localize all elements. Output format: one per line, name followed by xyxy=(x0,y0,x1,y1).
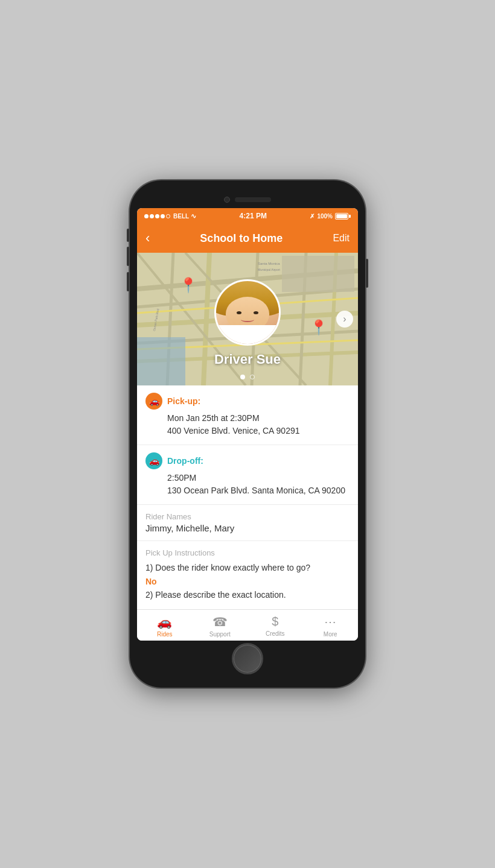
bluetooth-icon: ✗ xyxy=(310,213,315,220)
silent-button xyxy=(127,229,129,242)
next-slide-button[interactable]: › xyxy=(336,311,353,328)
status-bar: BELL ∿ 4:21 PM ✗ 100% xyxy=(137,208,358,224)
carousel-dot-1[interactable] xyxy=(240,375,245,379)
signal-dot-4 xyxy=(161,214,165,218)
instructions-section: Pick Up Instructions 1) Does the rider k… xyxy=(137,541,358,609)
support-icon: ☎ xyxy=(212,615,228,629)
wifi-icon: ∿ xyxy=(191,212,196,220)
carousel-dot-2[interactable] xyxy=(250,375,255,379)
instruction-a1: No xyxy=(145,577,157,586)
pickup-pin: 📍 xyxy=(179,277,197,294)
back-button[interactable]: ‹ xyxy=(145,230,150,246)
driver-face xyxy=(216,281,279,344)
instructions-text: 1) Does the rider know exactly where to … xyxy=(145,561,350,601)
phone-bottom-bar xyxy=(137,641,358,677)
driver-photo xyxy=(214,279,281,346)
svg-rect-16 xyxy=(282,256,354,292)
dropoff-details: 2:50PM 130 Ocean Park Blvd. Santa Monica… xyxy=(145,472,350,497)
driver-name: Driver Sue xyxy=(137,352,358,367)
nav-bar: ‹ School to Home Edit xyxy=(137,224,358,253)
pickup-section: 🚗 Pick-up: Mon Jan 25th at 2:30PM 400 Ve… xyxy=(137,385,358,445)
instruction-q2: 2) Please describe the exact location. xyxy=(145,588,350,601)
battery-icon xyxy=(335,213,351,220)
pickup-icon: 🚗 xyxy=(145,393,162,410)
battery-percent: 100% xyxy=(317,213,333,220)
pickup-details: Mon Jan 25th at 2:30PM 400 Venice Blvd. … xyxy=(145,412,350,437)
instruction-q1: 1) Does the rider know exactly where to … xyxy=(145,561,350,574)
battery-tip xyxy=(349,215,351,218)
status-right: ✗ 100% xyxy=(310,213,351,220)
dropoff-section: 🚗 Drop-off: 2:50PM 130 Ocean Park Blvd. … xyxy=(137,445,358,505)
home-button[interactable] xyxy=(232,643,263,674)
pickup-datetime: Mon Jan 25th at 2:30PM xyxy=(167,412,350,425)
riders-label: Rider Names xyxy=(145,512,350,521)
more-icon: ⋯ xyxy=(324,615,336,629)
support-label: Support xyxy=(209,631,231,638)
status-left: BELL ∿ xyxy=(144,212,196,220)
battery-fill xyxy=(336,214,347,218)
power-button xyxy=(366,259,368,288)
front-camera xyxy=(224,197,230,203)
rides-label: Rides xyxy=(157,631,173,638)
face-eyes xyxy=(237,311,258,314)
pickup-header: 🚗 Pick-up: xyxy=(145,393,350,410)
face-smile xyxy=(241,317,254,322)
pickup-label: Pick-up: xyxy=(167,396,200,406)
tab-more[interactable]: ⋯ More xyxy=(303,615,359,638)
tab-support[interactable]: ☎ Support xyxy=(193,615,248,638)
earpiece-speaker xyxy=(235,197,271,202)
signal-dot-3 xyxy=(155,214,159,218)
svg-text:Santa Monica: Santa Monica xyxy=(258,262,280,265)
content-section: 🚗 Pick-up: Mon Jan 25th at 2:30PM 400 Ve… xyxy=(137,385,358,609)
tab-bar: 🚗 Rides ☎ Support $ Credits ⋯ More xyxy=(137,609,358,641)
edit-button[interactable]: Edit xyxy=(333,233,350,244)
instructions-label: Pick Up Instructions xyxy=(145,548,350,557)
volume-up-button xyxy=(127,247,129,266)
signal-dot-5 xyxy=(166,214,170,218)
credits-label: Credits xyxy=(266,630,285,637)
dropoff-header: 🚗 Drop-off: xyxy=(145,452,350,469)
rides-icon: 🚗 xyxy=(157,615,172,629)
dropoff-address: 130 Ocean Park Blvd. Santa Monica, CA 90… xyxy=(167,484,350,497)
page-title: School to Home xyxy=(200,232,283,245)
more-label: More xyxy=(324,631,337,638)
carrier-name: BELL xyxy=(173,213,189,220)
phone-top-bar xyxy=(137,191,358,208)
battery-body xyxy=(335,213,348,220)
volume-down-button xyxy=(127,272,129,291)
svg-text:Municipal Airport: Municipal Airport xyxy=(258,268,281,271)
dropoff-label: Drop-off: xyxy=(167,456,203,466)
signal-dot-1 xyxy=(144,214,148,218)
tab-credits[interactable]: $ Credits xyxy=(248,615,303,638)
hero-section: Venice Ave Ocean Park Blvd Santa Monica … xyxy=(137,253,358,385)
face-eye-left xyxy=(237,311,241,314)
signal-dot-2 xyxy=(150,214,154,218)
dropoff-time: 2:50PM xyxy=(167,472,350,484)
carousel-dots xyxy=(137,375,358,379)
dropoff-icon: 🚗 xyxy=(145,452,162,469)
signal-strength xyxy=(144,214,170,218)
dropoff-pin: 📍 xyxy=(310,319,328,336)
riders-value: Jimmy, Michelle, Mary xyxy=(145,523,350,533)
face-eye-right xyxy=(254,311,258,314)
tab-rides[interactable]: 🚗 Rides xyxy=(137,615,193,638)
chevron-right-icon: › xyxy=(343,314,346,325)
status-time: 4:21 PM xyxy=(240,212,267,220)
credits-icon: $ xyxy=(272,615,278,629)
riders-section: Rider Names Jimmy, Michelle, Mary xyxy=(137,505,358,541)
phone-screen: BELL ∿ 4:21 PM ✗ 100% ‹ School to Home E… xyxy=(137,208,358,640)
face-clothes xyxy=(216,325,279,344)
phone-device: BELL ∿ 4:21 PM ✗ 100% ‹ School to Home E… xyxy=(130,180,365,687)
pickup-address: 400 Venice Blvd. Venice, CA 90291 xyxy=(167,425,350,437)
